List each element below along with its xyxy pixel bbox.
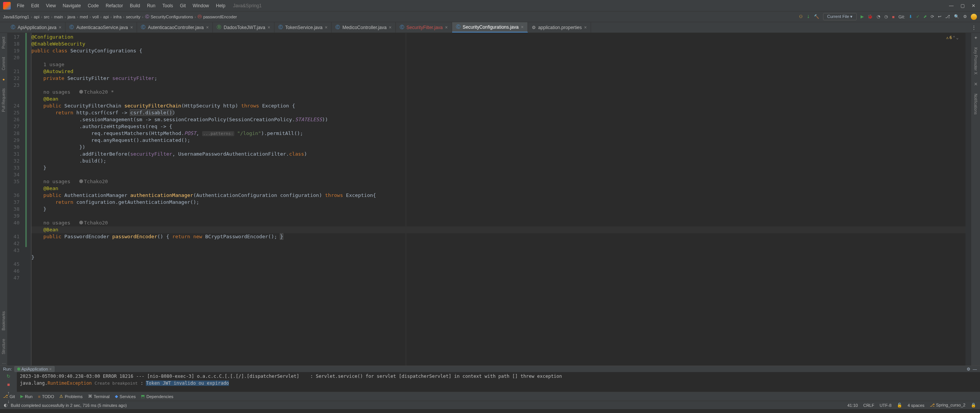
inspection-summary[interactable]: ⚠6 ⌃ ⌄ xyxy=(946,35,959,40)
tool-project[interactable]: Project xyxy=(2,35,6,50)
tool-terminal[interactable]: ⌘Terminal xyxy=(88,394,110,399)
close-icon[interactable]: × xyxy=(49,367,51,371)
rerun-icon[interactable]: ↻ xyxy=(7,374,10,379)
menu-refactor[interactable]: Refactor xyxy=(103,2,126,10)
tool-services[interactable]: ◆Services xyxy=(115,394,136,399)
tab-dadostokejwt[interactable]: ⓇDadosTokeJWT.java× xyxy=(213,22,274,33)
close-icon[interactable]: ✕ xyxy=(972,3,975,8)
git-update-icon[interactable]: ⬇ xyxy=(909,14,912,19)
editor[interactable]: 1718192021222324252627282930313233343536… xyxy=(8,33,971,366)
bc-11[interactable]: passwordEncoder xyxy=(203,15,237,19)
minimize-icon[interactable]: — xyxy=(949,3,954,8)
tool-key-promoter[interactable]: Key Promoter X xyxy=(973,46,978,76)
bc-0[interactable]: Java&Spring1 xyxy=(3,15,29,19)
run-log[interactable]: 2023-10-05T00:09:40.238-03:00 ERROR 1821… xyxy=(17,372,980,404)
debug-icon[interactable]: 🐞 xyxy=(867,14,873,19)
run-tab[interactable]: ApiApplication × xyxy=(14,366,55,372)
menu-code[interactable]: Code xyxy=(85,2,102,10)
git-branches-icon[interactable]: ⎇ xyxy=(945,14,950,19)
status-bg-tasks-icon[interactable]: ◐ xyxy=(4,403,8,408)
breadcrumb[interactable]: Java&Spring1› api› src› main› java› med›… xyxy=(3,14,237,20)
menu-git[interactable]: Git xyxy=(177,2,189,10)
tool-bookmarks[interactable]: Bookmarks xyxy=(2,310,6,332)
menu-navigate[interactable]: Navigate xyxy=(60,2,84,10)
menu-tools[interactable]: Tools xyxy=(159,2,176,10)
tabs-more-icon[interactable]: ⋮ xyxy=(968,22,980,33)
ai-icon[interactable]: ✦ xyxy=(974,35,978,41)
run-icon[interactable]: ▶ xyxy=(861,14,864,19)
tool-git[interactable]: ⎇Git xyxy=(3,394,15,399)
tab-medicocontroller[interactable]: ⒸMedicoController.java× xyxy=(332,22,395,33)
close-icon[interactable]: × xyxy=(521,24,524,30)
bc-8[interactable]: infra xyxy=(113,15,121,19)
close-icon[interactable]: × xyxy=(389,25,392,30)
close-icon[interactable]: × xyxy=(584,25,587,30)
menu-build[interactable]: Build xyxy=(127,2,143,10)
run-hide-icon[interactable]: — xyxy=(973,367,977,371)
tab-securityconfigurations[interactable]: ⒸSecurityConfigurations.java× xyxy=(452,22,528,33)
run-config-selector[interactable]: Current File ▾ xyxy=(823,13,857,20)
close-icon[interactable]: × xyxy=(59,25,61,30)
stop-icon[interactable]: ■ xyxy=(7,382,10,387)
analysis-strip[interactable] xyxy=(965,33,971,366)
tab-apiapplication[interactable]: ⒸApiApplication.java× xyxy=(7,22,65,33)
close-icon[interactable]: × xyxy=(445,25,448,30)
bc-5[interactable]: med xyxy=(80,15,88,19)
bc-6[interactable]: voll xyxy=(92,15,99,19)
status-caret-pos[interactable]: 41:10 xyxy=(847,403,858,408)
menu-file[interactable]: File xyxy=(14,2,27,10)
code-area[interactable]: @Configuration @EnableWebSecurity public… xyxy=(31,33,965,366)
search-icon[interactable]: 🔍 xyxy=(954,14,959,19)
tab-tokenservice[interactable]: ⒸTokenService.java× xyxy=(274,22,332,33)
bc-4[interactable]: java xyxy=(67,15,75,19)
tool-todo[interactable]: ≡TODO xyxy=(38,394,54,399)
status-branch[interactable]: ⎇ Spring_curso_2 xyxy=(930,403,965,408)
status-line-sep[interactable]: CRLF xyxy=(863,403,874,408)
maximize-icon[interactable]: ▢ xyxy=(960,3,965,8)
bc-9[interactable]: security xyxy=(126,15,140,19)
coverage-icon[interactable]: ◔ xyxy=(877,14,880,19)
status-padlock-icon[interactable]: 🔒 xyxy=(971,403,976,408)
tool-dependencies[interactable]: ⬒Dependencies xyxy=(141,394,173,399)
bc-3[interactable]: main xyxy=(54,15,63,19)
tool-structure[interactable]: Structure xyxy=(2,337,6,356)
git-push-icon[interactable]: ⬈ xyxy=(923,14,927,19)
menu-edit[interactable]: Edit xyxy=(28,2,42,10)
tab-application-properties[interactable]: ⚙application.properties× xyxy=(528,22,591,33)
close-icon[interactable]: × xyxy=(130,25,133,30)
run-settings-icon[interactable]: ⚙ xyxy=(967,367,970,372)
tab-autenticacaoservice[interactable]: ⒸAutenticacaoService.java× xyxy=(65,22,137,33)
hammer-icon[interactable]: 🔨 xyxy=(814,14,819,19)
more-icon[interactable]: ⋯ xyxy=(2,361,6,366)
git-commit-icon[interactable]: ✓ xyxy=(916,14,920,19)
menu-run[interactable]: Run xyxy=(144,2,158,10)
tab-autenticacaocontroller[interactable]: ⒸAutenticacaoController.java× xyxy=(137,22,213,33)
tool-run[interactable]: ▶Run xyxy=(20,394,33,399)
status-encoding[interactable]: UTF-8 xyxy=(880,403,892,408)
bc-1[interactable]: api xyxy=(34,15,39,19)
tab-securityfilter[interactable]: ⒸSecurityFilter.java× xyxy=(396,22,452,33)
close-icon[interactable]: × xyxy=(325,25,327,30)
line-number-gutter[interactable]: 1718192021222324252627282930313233343536… xyxy=(8,33,25,366)
tool-problems[interactable]: ⚠Problems xyxy=(59,394,82,399)
tool-pull-requests[interactable]: Pull Requests xyxy=(2,87,6,114)
git-history-icon[interactable]: ⟳ xyxy=(931,14,934,19)
status-readonly-icon[interactable]: 🔓 xyxy=(897,403,902,408)
build-icon[interactable]: ⤓ xyxy=(807,14,810,19)
tool-notifications[interactable]: Notifications xyxy=(973,92,978,116)
profile-icon[interactable]: ◷ xyxy=(884,14,888,19)
tool-commit[interactable]: Commit xyxy=(2,55,6,72)
bc-2[interactable]: src xyxy=(44,15,50,19)
close-icon[interactable]: × xyxy=(206,25,209,30)
close-icon[interactable]: × xyxy=(268,25,270,30)
settings-icon[interactable]: ⚙ xyxy=(963,14,967,19)
stop-icon[interactable]: ■ xyxy=(892,15,895,19)
bc-10[interactable]: SecurityConfigurations xyxy=(151,15,193,19)
status-indent[interactable]: 4 spaces xyxy=(908,403,924,408)
codewithme-icon[interactable]: ⚇ xyxy=(799,14,803,19)
menu-view[interactable]: View xyxy=(43,2,59,10)
fold-gutter[interactable] xyxy=(27,33,31,366)
bc-7[interactable]: api xyxy=(103,15,109,19)
menu-window[interactable]: Window xyxy=(189,2,212,10)
git-rollback-icon[interactable]: ↩ xyxy=(938,14,941,19)
